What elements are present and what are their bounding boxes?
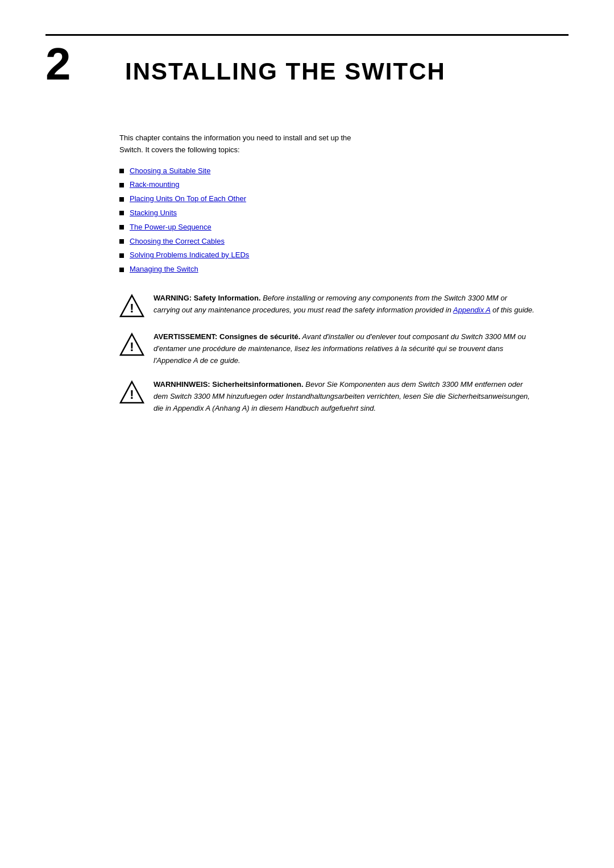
warning-icon-de: ! [119,380,144,405]
topic-link-placing-units[interactable]: Placing Units On Top of Each Other [130,193,246,205]
warning-text-en: WARNING: Safety Information. Before inst… [154,293,534,316]
list-item: Rack-mounting [119,179,534,191]
chapter-header: 2 INSTALLING THE SWITCH [45,34,569,87]
warning-icon-en: ! [119,294,144,319]
content-area: This chapter contains the information yo… [119,132,534,415]
chapter-number: 2 [45,41,91,87]
warning-bold-en: WARNING: Safety Information. [154,294,261,302]
chapter-title-text: INSTALLING THE SWITCH [125,58,446,85]
warning-block-en: ! WARNING: Safety Information. Before in… [119,293,534,319]
bullet-icon [119,169,124,173]
intro-paragraph: This chapter contains the information yo… [119,132,534,156]
warning-block-de: ! WARNHINWEIS: Sicherheitsinformationen.… [119,379,534,414]
bullet-icon [119,183,124,187]
warning-bold-de: WARNHINWEIS: Sicherheitsinformationen. [154,380,304,389]
warning-block-fr: ! AVERTISSEMENT: Consignes de sécurité. … [119,331,534,366]
warning-icon-fr: ! [119,332,144,357]
topic-link-stacking-units[interactable]: Stacking Units [130,207,177,219]
bullet-icon [119,268,124,272]
warning-text-de: WARNHINWEIS: Sicherheitsinformationen. B… [154,379,534,414]
svg-text:!: ! [130,340,134,354]
bullet-icon [119,211,124,215]
warning-bold-fr: AVERTISSEMENT: Consignes de sécurité. [154,332,300,341]
topic-link-solving-problems[interactable]: Solving Problems Indicated by LEDs [130,249,249,261]
topic-link-correct-cables[interactable]: Choosing the Correct Cables [130,236,225,248]
list-item: Stacking Units [119,207,534,219]
list-item: Solving Problems Indicated by LEDs [119,249,534,261]
list-item: Managing the Switch [119,264,534,276]
svg-text:!: ! [130,387,134,402]
warning-text-fr: AVERTISSEMENT: Consignes de sécurité. Av… [154,331,534,366]
topic-link-choosing-suitable-site[interactable]: Choosing a Suitable Site [130,165,210,177]
appendix-a-link-en[interactable]: Appendix A [453,306,491,314]
svg-text:!: ! [130,301,134,315]
bullet-icon [119,253,124,258]
chapter-title: INSTALLING THE SWITCH [125,48,446,85]
bullet-icon [119,197,124,202]
list-item: Placing Units On Top of Each Other [119,193,534,205]
topic-link-rack-mounting[interactable]: Rack-mounting [130,179,179,191]
bullet-icon [119,239,124,244]
page: 2 INSTALLING THE SWITCH This chapter con… [0,0,614,868]
list-item: Choosing a Suitable Site [119,165,534,177]
topic-list: Choosing a Suitable Site Rack-mounting P… [119,165,534,276]
topic-link-managing-switch[interactable]: Managing the Switch [130,264,198,276]
bullet-icon [119,225,124,229]
list-item: The Power-up Sequence [119,222,534,233]
topic-link-power-up[interactable]: The Power-up Sequence [130,222,211,233]
list-item: Choosing the Correct Cables [119,236,534,248]
